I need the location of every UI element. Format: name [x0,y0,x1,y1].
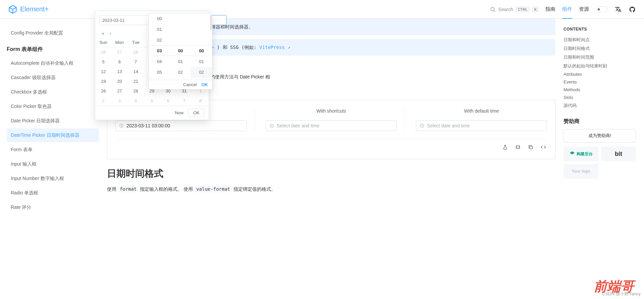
calendar-day[interactable]: 28 [128,86,144,96]
become-sponsor-button[interactable]: 成为赞助商! [564,129,636,142]
sidebar-item[interactable]: Cascader 级联选择器 [7,71,99,84]
time-option[interactable]: 01 [170,56,191,67]
datetime-input-2[interactable]: Select date and time [266,120,397,131]
time-option[interactable] [170,13,191,24]
calendar-day[interactable]: 5 [95,57,111,67]
info-text-ssg: ) 和 SSG (例如: [217,45,259,50]
sidebar-item[interactable]: Color Picker 取色器 [7,100,99,113]
toc-item[interactable]: Methods [564,86,636,94]
time-option[interactable] [170,78,191,80]
sidebar-item[interactable]: Rate 评分 [7,200,99,214]
time-option[interactable]: 02 [149,35,170,46]
calendar-day[interactable]: 8 [193,96,209,106]
sponsor-card[interactable]: 构建后台 [564,146,598,161]
toc-item[interactable]: 日期时间格式 [564,44,636,53]
minute-column[interactable]: 000102 [170,13,191,80]
calendar-day[interactable]: 12 [95,67,111,76]
calendar-day[interactable]: 19 [95,76,111,86]
sidebar-item[interactable]: Input Number 数字输入框 [7,172,99,185]
time-option[interactable]: 00 [170,46,191,56]
toc-item[interactable]: 源代码 [564,101,636,110]
time-option[interactable] [170,35,191,46]
time-option[interactable]: 00 [149,13,170,24]
nav-resources[interactable]: 资源 [579,6,589,12]
translate-icon[interactable] [614,6,622,13]
calendar-day[interactable]: 6 [111,57,127,67]
calendar-day[interactable]: 21 [128,76,144,86]
time-option[interactable]: 00 [191,46,212,56]
time-option[interactable] [191,24,212,35]
datetime-input-3[interactable]: Select date and time [416,120,547,131]
svg-rect-10 [530,146,532,149]
hour-column[interactable]: 00010203040506 [149,13,170,80]
calendar-day[interactable]: 3 [111,96,127,106]
calendar-day[interactable]: 4 [128,96,144,106]
calendar-day[interactable]: 6 [160,96,176,106]
calendar-day[interactable]: 14 [128,67,144,76]
scrollbar-thumb[interactable] [210,15,212,30]
sponsor-title: 赞助商 [564,118,636,125]
calendar-day[interactable]: 27 [111,86,127,96]
copy-icon[interactable] [527,143,534,151]
sidebar-item[interactable]: Config Provider 全局配置 [7,26,99,40]
ok-button[interactable]: OK [188,109,205,117]
sidebar-item[interactable]: Checkbox 多选框 [7,85,99,99]
time-option[interactable]: 05 [149,67,170,78]
calendar-day[interactable]: 13 [111,67,127,76]
time-option[interactable]: 01 [149,24,170,35]
now-button[interactable]: Now [175,110,183,115]
calendar-day[interactable]: 5 [144,96,160,106]
search-button[interactable]: Search CTRL K [490,6,539,12]
github-icon[interactable] [629,6,636,13]
sidebar-item[interactable]: Input 输入框 [7,157,99,171]
sidebar-item[interactable]: Date Picker 日期选择器 [7,114,99,128]
time-option[interactable]: 03 [149,46,170,56]
logo[interactable]: Element+ [8,5,49,14]
calendar-day[interactable]: 26 [95,47,111,57]
github-small-icon[interactable] [514,143,522,151]
sidebar-item[interactable]: Radio 单选框 [7,186,99,200]
second-column[interactable]: 000102 [191,13,212,80]
calendar-day[interactable]: 2 [95,96,111,106]
time-option[interactable] [170,24,191,35]
time-cancel-button[interactable]: Cancel [183,82,197,87]
time-option[interactable]: 02 [170,67,191,78]
calendar-day[interactable]: 20 [111,76,127,86]
toc-item[interactable]: Slots [564,94,636,101]
time-option[interactable] [191,35,212,46]
time-ok-button[interactable]: OK [202,82,208,87]
calendar-day[interactable]: 27 [111,47,127,57]
contents-title: CONTENTS [564,27,636,32]
time-option[interactable]: 04 [149,56,170,67]
toc-item[interactable]: 默认的起始与结束时刻 [564,62,636,70]
time-picker-popup: 00010203040506 000102 000102 Cancel OK [149,13,212,89]
prev-year-icon[interactable]: « [99,31,107,36]
calendar-day[interactable]: 7 [176,96,192,106]
sponsor-placeholder[interactable]: Your logo [564,164,598,179]
time-option[interactable]: 02 [191,67,212,78]
vitepress-link[interactable]: VitePress ↗ [259,45,290,50]
nav-components[interactable]: 组件 [562,6,572,19]
toc-item[interactable]: 日期和时间点 [564,36,636,44]
theme-toggle[interactable] [596,6,608,12]
code-icon[interactable] [540,143,547,151]
sidebar-item-active[interactable]: DateTime Picker 日期时间选择器 [7,128,99,142]
time-option[interactable]: 06 [149,78,170,80]
toc-item[interactable]: Events [564,78,636,86]
calendar-day[interactable]: 26 [95,86,111,96]
nav-guide[interactable]: 指南 [545,6,555,12]
toc-item[interactable]: Attributes [564,70,636,78]
toc-item[interactable]: 日期和时间范围 [564,53,636,62]
datetime-input-1[interactable]: 2023-03-11 03:00:00 [115,120,247,131]
kbd-k: K [532,7,539,12]
prev-month-icon[interactable]: ‹ [107,31,114,36]
sponsor-card[interactable]: bit [601,146,636,161]
time-option[interactable]: 01 [191,56,212,67]
calendar-day[interactable]: 7 [128,57,144,67]
calendar-day[interactable]: 28 [128,47,144,57]
sidebar-item[interactable]: Form 表单 [7,143,99,157]
time-option[interactable] [191,78,212,80]
flask-icon[interactable] [501,143,509,151]
sidebar-item[interactable]: Autocomplete 自动补全输入框 [7,56,99,70]
time-option[interactable] [191,13,212,24]
